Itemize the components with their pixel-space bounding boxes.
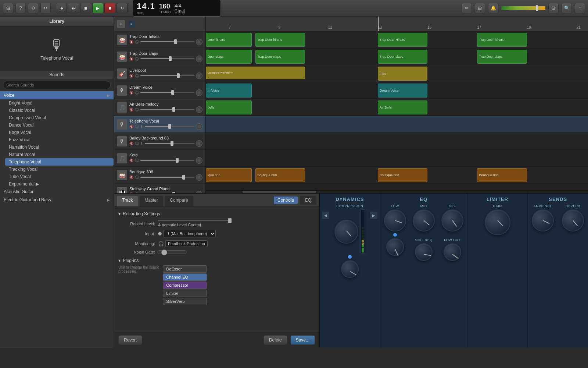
loop-button[interactable]: ↻ bbox=[116, 3, 128, 13]
track-fader[interactable] bbox=[140, 41, 194, 42]
subitem-edge-vocal[interactable]: Edge Vocal bbox=[5, 129, 114, 136]
track-volume-knob[interactable] bbox=[196, 140, 202, 147]
mute-icon[interactable]: 🔇 bbox=[129, 74, 133, 78]
headphone-icon[interactable]: 🎧 bbox=[135, 57, 139, 61]
record-arm-icon[interactable]: ⬇ bbox=[140, 125, 143, 128]
track-fader[interactable] bbox=[140, 75, 194, 76]
track-item[interactable]: 🎙 Dream Voice 🔇 🎧 bbox=[114, 82, 205, 99]
scrollbar-thumb[interactable] bbox=[243, 191, 316, 193]
eq-low-knob[interactable] bbox=[384, 209, 406, 231]
scissors-button[interactable]: ✂ bbox=[40, 3, 51, 13]
clip-door-claps-1[interactable]: Door-claps bbox=[206, 50, 252, 64]
subitem-experimental[interactable]: Experimental ▶ bbox=[5, 180, 114, 188]
mute-icon[interactable]: 🔇 bbox=[129, 142, 133, 145]
subitem-classic-vocal[interactable]: Classic Vocal bbox=[5, 107, 114, 114]
save-button[interactable]: Save... bbox=[290, 335, 315, 345]
radio-button-1[interactable] bbox=[158, 232, 162, 236]
category-acoustic-guitar[interactable]: Acoustic Guitar bbox=[0, 188, 114, 196]
grid-tool[interactable]: ⊞ bbox=[475, 3, 485, 13]
track-fader[interactable] bbox=[140, 160, 194, 161]
mute-icon[interactable]: 🔇 bbox=[129, 159, 133, 162]
tab-track[interactable]: Track bbox=[117, 196, 138, 206]
limiter-gain-knob[interactable] bbox=[485, 209, 510, 235]
record-button[interactable]: ⏺ bbox=[104, 3, 115, 13]
sends-reverb-knob[interactable] bbox=[562, 209, 584, 231]
clip-trap-hihats-1[interactable]: Trap Door-hihats bbox=[255, 33, 305, 47]
bell-tool[interactable]: 🔔 bbox=[488, 3, 498, 13]
mute-icon[interactable]: 🔇 bbox=[129, 125, 133, 128]
eq-mid-knob[interactable] bbox=[413, 209, 435, 231]
subitem-fuzz-vocal[interactable]: Fuzz Vocal bbox=[5, 136, 114, 144]
track-item[interactable]: 🎙 Bailey Background 03 🔇 🎧 ⬇ bbox=[114, 133, 205, 150]
tab-master[interactable]: Master bbox=[140, 196, 164, 206]
track-volume-knob[interactable] bbox=[196, 72, 202, 79]
track-volume-knob[interactable] bbox=[196, 191, 202, 194]
clip-boutique-3[interactable]: Boutique 808 bbox=[378, 168, 427, 182]
search-input[interactable] bbox=[3, 81, 111, 89]
noise-gate-slider[interactable] bbox=[157, 250, 187, 254]
mute-icon[interactable]: 🔇 bbox=[129, 57, 133, 61]
compression-knob-small[interactable] bbox=[341, 260, 359, 278]
mute-icon[interactable]: 🔇 bbox=[129, 108, 133, 112]
rewind-button[interactable]: ⏮ bbox=[56, 3, 67, 13]
headphone-icon[interactable]: 🎧 bbox=[135, 192, 139, 194]
help-button[interactable]: ? bbox=[15, 3, 26, 13]
sends-ambience-knob[interactable] bbox=[532, 209, 554, 231]
subitem-dance-vocal[interactable]: Dance Vocal bbox=[5, 121, 114, 129]
track-item[interactable]: 🥁 Trap Door-claps 🔇 🎧 bbox=[114, 48, 205, 65]
share-button[interactable]: ↑ bbox=[575, 3, 585, 13]
clip-trap-hihats-2[interactable]: Trap Door-Hihats bbox=[378, 33, 427, 47]
plugin-channel-eq[interactable]: Channel EQ bbox=[163, 273, 207, 281]
volume-thumb[interactable] bbox=[536, 5, 538, 11]
track-volume-knob[interactable] bbox=[196, 157, 202, 164]
subitem-bright-vocal[interactable]: Bright Vocal bbox=[5, 99, 114, 107]
plugin-silververb[interactable]: SilverVerb bbox=[163, 298, 207, 305]
tab-compare[interactable]: Compare bbox=[165, 196, 193, 206]
track-volume-knob[interactable] bbox=[196, 123, 202, 130]
fast-forward-button[interactable]: ⏭ bbox=[68, 3, 79, 13]
headphone-icon[interactable]: 🎧 bbox=[135, 159, 139, 162]
clip-boutique-1[interactable]: ique 808 bbox=[206, 168, 252, 182]
clip-trap-claps-2[interactable]: Trap Door-claps bbox=[378, 50, 427, 64]
track-fader[interactable] bbox=[140, 58, 194, 59]
track-volume-knob[interactable] bbox=[196, 89, 202, 96]
clip-door-hihats-1[interactable]: Door-hihats bbox=[206, 33, 252, 47]
headphone-icon[interactable]: 🎧 bbox=[135, 142, 139, 145]
track-fader[interactable] bbox=[145, 143, 194, 144]
mute-icon[interactable]: 🔇 bbox=[129, 192, 133, 194]
headphone-icon[interactable]: 🎧 bbox=[135, 40, 139, 44]
track-fader[interactable] bbox=[140, 109, 194, 110]
subitem-compressed-vocal[interactable]: Compressed Vocal bbox=[5, 114, 114, 121]
track-volume-knob[interactable] bbox=[196, 174, 202, 181]
track-fader[interactable] bbox=[140, 92, 194, 93]
track-item[interactable]: 🥁 Trap Door-hihats 🔇 🎧 bbox=[114, 31, 205, 48]
track-item[interactable]: 🎹 Steinway Grand Piano 🔇 🎧 bbox=[114, 184, 205, 193]
tab-eq[interactable]: EQ bbox=[300, 196, 316, 205]
category-electric-guitar[interactable]: Electric Guitar and Bass ▶ bbox=[0, 196, 114, 204]
clip-trap-claps-1[interactable]: Trap Door-claps bbox=[255, 50, 305, 64]
eq-hpf-knob[interactable] bbox=[441, 209, 463, 231]
eq-mid-freq-knob[interactable] bbox=[415, 243, 433, 261]
plugin-limiter[interactable]: Limiter bbox=[163, 290, 207, 297]
eq-low-cut-knob[interactable] bbox=[444, 243, 461, 261]
dynamics-nav-right-button[interactable]: ▶ bbox=[370, 212, 377, 219]
clip-dream-voice-2[interactable]: Dream Voice bbox=[378, 84, 427, 98]
headphone-icon[interactable]: 🎧 bbox=[135, 74, 139, 78]
stop-button[interactable]: ⏹ bbox=[80, 3, 91, 13]
search-button[interactable]: 🔍 bbox=[562, 3, 572, 13]
subitem-tracking-vocal[interactable]: Tracking Vocal bbox=[5, 166, 114, 173]
tab-controls[interactable]: Controls bbox=[274, 197, 298, 204]
clip-boutique-2[interactable]: Boutique 808 bbox=[255, 168, 305, 182]
clip-boutique-4[interactable]: Boutique 808 bbox=[477, 168, 527, 182]
headphone-icon[interactable]: 🎧 bbox=[135, 108, 139, 112]
revert-button[interactable]: Revert bbox=[118, 335, 142, 345]
mute-icon[interactable]: 🔇 bbox=[129, 176, 133, 179]
input-select[interactable]: 1 (MacBo...icrophone) bbox=[163, 230, 216, 237]
subitem-narration-vocal[interactable]: Narration Vocal bbox=[5, 144, 114, 151]
clip-air-bells-1[interactable]: bells bbox=[206, 100, 252, 114]
record-level-slider[interactable] bbox=[158, 220, 232, 221]
clip-dream-voice-1[interactable]: m Voice bbox=[206, 84, 252, 98]
timeline-ruler[interactable]: 7 9 11 13 15 17 19 21 bbox=[206, 17, 588, 31]
play-button[interactable]: ▶ bbox=[92, 3, 103, 13]
subitem-telephone-vocal[interactable]: Telephone Vocal bbox=[5, 158, 114, 166]
